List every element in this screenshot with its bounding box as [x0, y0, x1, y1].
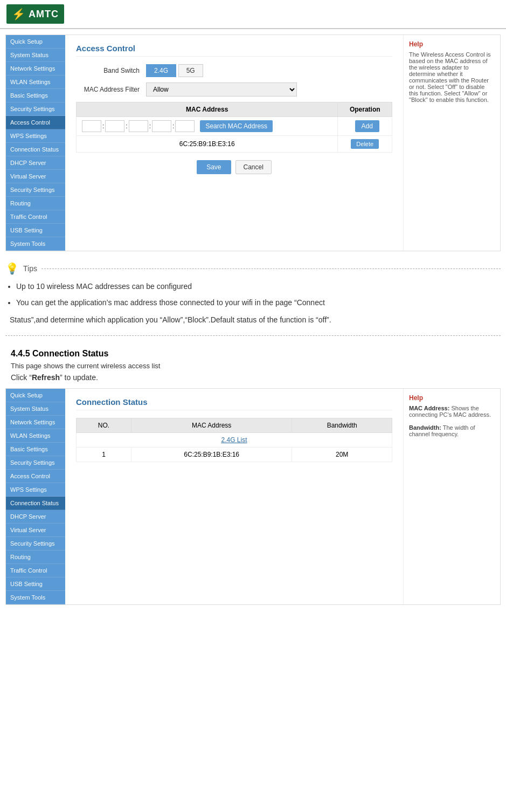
mac-address-table: MAC Address Operation : : :	[76, 102, 392, 153]
tip-item-2: You can get the application’s mac addres…	[16, 297, 501, 308]
tips-title: Tips	[23, 264, 37, 273]
add-button[interactable]: Add	[355, 120, 379, 132]
sidebar-item-network-settings[interactable]: Network Settings	[6, 62, 65, 75]
sidebar-conn-security-settings2[interactable]: Security Settings	[6, 537, 65, 550]
help-bandwidth-text: Bandwidth: The width of channel frequenc…	[409, 424, 495, 437]
page-title-access-control: Access Control	[76, 44, 392, 57]
connection-status-heading: 4.4.5 Connection Status	[11, 349, 495, 359]
tips-icon: 💡	[5, 262, 19, 275]
band-5g-button[interactable]: 5G	[178, 64, 203, 77]
access-control-panel: Quick Setup System Status Network Settin…	[5, 35, 501, 251]
sidebar-conn-connection-status[interactable]: Connection Status	[6, 497, 65, 510]
col-operation: Operation	[338, 102, 392, 117]
save-button[interactable]: Save	[197, 160, 231, 174]
sidebar-item-basic-settings[interactable]: Basic Settings	[6, 89, 65, 102]
conn-row-no: 1	[77, 447, 131, 462]
sidebar-conn-usb-setting[interactable]: USB Setting	[6, 577, 65, 591]
sidebar-conn-dhcp-server[interactable]: DHCP Server	[6, 510, 65, 524]
help-panel-access: Help The Wireless Access Control is base…	[403, 35, 500, 251]
access-control-content: Access Control Band Switch 2.4G 5G MAC A…	[65, 35, 403, 251]
sidebar-conn: Quick Setup System Status Network Settin…	[6, 389, 65, 604]
sidebar-conn-quick-setup[interactable]: Quick Setup	[6, 389, 65, 402]
click-text-post: ” to update.	[60, 373, 98, 382]
col-mac-conn: MAC Address	[131, 418, 292, 432]
col-bandwidth: Bandwidth	[292, 418, 392, 432]
sidebar-conn-basic-settings[interactable]: Basic Settings	[6, 443, 65, 456]
table-row-list-label: 2.4G List	[77, 432, 392, 447]
mac-sep-4: :	[172, 122, 174, 130]
mac-octet-5[interactable]	[175, 120, 195, 132]
sidebar-conn-system-tools[interactable]: System Tools	[6, 591, 65, 604]
help-text-access: The Wireless Access Control is based on …	[409, 51, 495, 103]
sidebar-conn-access-control[interactable]: Access Control	[6, 470, 65, 483]
mac-filter-control: Allow Block Off	[146, 82, 392, 97]
conn-row-bandwidth: 20M	[292, 447, 392, 462]
table-row-input: : : : : Search MAC Address Add	[77, 117, 392, 136]
sidebar-item-connection-status[interactable]: Connection Status	[6, 143, 65, 156]
sidebar-item-virtual-server[interactable]: Virtual Server	[6, 170, 65, 183]
band-switch-row: Band Switch 2.4G 5G	[76, 64, 392, 77]
sidebar-item-wps-settings[interactable]: WPS Settings	[6, 129, 65, 143]
delete-button[interactable]: Delete	[351, 139, 379, 149]
search-mac-button[interactable]: Search MAC Address	[200, 120, 273, 132]
mac-input-cell: : : : : Search MAC Address	[77, 117, 338, 136]
sidebar-item-security-settings[interactable]: Security Settings	[6, 102, 65, 116]
tips-extra: Status”,and determine which application …	[10, 313, 501, 327]
connection-status-desc: This page shows the current wireless acc…	[11, 362, 495, 370]
table-row: 6C:25:B9:1B:E3:16 Delete	[77, 136, 392, 153]
list-label-2g: 2.4G List	[77, 432, 392, 447]
sidebar-conn-system-status[interactable]: System Status	[6, 402, 65, 416]
col-no: NO.	[77, 418, 131, 432]
sidebar-item-dhcp-server[interactable]: DHCP Server	[6, 156, 65, 170]
sidebar-conn-traffic-control[interactable]: Traffic Control	[6, 564, 65, 577]
help-mac-text: MAC Address: Shows the connecting PC’s M…	[409, 405, 495, 418]
sidebar-conn-wlan-settings[interactable]: WLAN Settings	[6, 429, 65, 443]
delete-cell: Delete	[338, 136, 392, 153]
sidebar-conn-security-settings[interactable]: Security Settings	[6, 456, 65, 470]
page-title-conn: Connection Status	[76, 397, 392, 410]
tips-header: 💡 Tips	[5, 262, 501, 275]
sidebar-item-security-settings2[interactable]: Security Settings	[6, 183, 65, 197]
mac-sep-2: :	[126, 122, 127, 130]
mac-input-group: : : : : Search MAC Address	[82, 120, 332, 132]
mac-filter-select[interactable]: Allow Block Off	[146, 82, 297, 97]
logo-text: AMTC	[29, 9, 59, 20]
sidebar-item-traffic-control[interactable]: Traffic Control	[6, 210, 65, 224]
sidebar-conn-wps-settings[interactable]: WPS Settings	[6, 483, 65, 497]
sidebar-item-system-status[interactable]: System Status	[6, 49, 65, 62]
sidebar-item-quick-setup[interactable]: Quick Setup	[6, 35, 65, 49]
table-row: 1 6C:25:B9:1B:E3:16 20M	[77, 447, 392, 462]
sidebar-item-system-tools[interactable]: System Tools	[6, 237, 65, 251]
sidebar-item-wlan-settings[interactable]: WLAN Settings	[6, 75, 65, 89]
conn-status-content: Connection Status NO. MAC Address Bandwi…	[65, 389, 403, 604]
mac-filter-row: MAC Address Filter Allow Block Off	[76, 82, 392, 97]
band-2g-button[interactable]: 2.4G	[146, 64, 176, 77]
sidebar-item-usb-setting[interactable]: USB Setting	[6, 224, 65, 237]
mac-octet-3[interactable]	[129, 120, 148, 132]
header: ⚡ AMTC	[0, 0, 506, 29]
sidebar-access: Quick Setup System Status Network Settin…	[6, 35, 65, 251]
mac-filter-label: MAC Address Filter	[76, 86, 146, 93]
tip2-part1: You can get the application’s mac addres…	[16, 298, 325, 307]
mac-sep-1: :	[102, 122, 104, 130]
tip-item-1: Up to 10 wireless MAC addresses can be c…	[16, 280, 501, 292]
mac-value: 6C:25:B9:1B:E3:16	[77, 136, 338, 153]
sidebar-conn-network-settings[interactable]: Network Settings	[6, 416, 65, 429]
cancel-button[interactable]: Cancel	[235, 160, 272, 174]
band-switch-label: Band Switch	[76, 67, 146, 74]
mac-octet-2[interactable]	[105, 120, 124, 132]
col-mac-address: MAC Address	[77, 102, 338, 117]
conn-row-mac: 6C:25:B9:1B:E3:16	[131, 447, 292, 462]
sidebar-item-routing[interactable]: Routing	[6, 197, 65, 210]
sidebar-item-access-control[interactable]: Access Control	[6, 116, 65, 129]
mac-octet-1[interactable]	[82, 120, 101, 132]
help-title-conn: Help	[409, 394, 495, 402]
logo-icon: ⚡	[12, 8, 25, 20]
sidebar-conn-virtual-server[interactable]: Virtual Server	[6, 524, 65, 537]
tips-line	[41, 269, 501, 269]
sidebar-conn-routing[interactable]: Routing	[6, 550, 65, 564]
mac-octet-4[interactable]	[152, 120, 171, 132]
conn-status-section: 4.4.5 Connection Status This page shows …	[5, 349, 501, 382]
connection-status-panel: Quick Setup System Status Network Settin…	[5, 388, 501, 605]
help-title-access: Help	[409, 40, 495, 48]
